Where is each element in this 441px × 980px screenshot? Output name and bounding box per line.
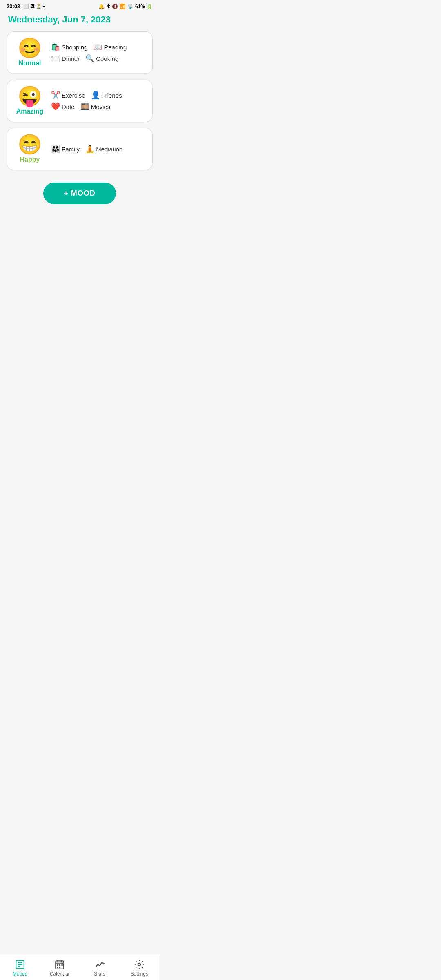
- bluetooth-icon: ✻: [106, 4, 110, 9]
- mood-card-happy[interactable]: 😁Happy👨‍👩‍👧Family🧘Mediation: [7, 128, 153, 170]
- activity-name: Shopping: [62, 44, 87, 51]
- page-header: Wednesday, Jun 7, 2023: [0, 11, 159, 31]
- activity-name: Mediation: [96, 146, 122, 153]
- activity-emoji: 🛍️: [51, 42, 60, 51]
- activity-emoji: 👤: [91, 91, 100, 100]
- activity-item: 🧘Mediation: [85, 145, 122, 154]
- activity-emoji: 👨‍👩‍👧: [51, 145, 60, 154]
- time: 23:08: [7, 3, 20, 9]
- activity-item: 🔍Cooking: [85, 54, 118, 63]
- alarm-icon: 🔔: [98, 4, 105, 9]
- battery-text: 61%: [135, 4, 145, 9]
- activity-name: Date: [62, 103, 75, 110]
- add-mood-button[interactable]: + MOOD: [43, 183, 116, 204]
- mood-emoji-happy: 😁: [18, 135, 42, 154]
- activity-name: Reading: [104, 44, 127, 51]
- activity-emoji: 📖: [93, 42, 102, 51]
- activity-item: 👨‍👩‍👧Family: [51, 145, 80, 154]
- mood-card-amazing[interactable]: 😜Amazing✂️Exercise👤Friends❤️Date🎞️Movies: [7, 80, 153, 122]
- mood-left-happy: 😁Happy: [15, 135, 45, 163]
- add-mood-container: + MOOD: [0, 170, 159, 212]
- mood-activities-happy: 👨‍👩‍👧Family🧘Mediation: [51, 145, 144, 154]
- activity-item: 🍽️Dinner: [51, 54, 80, 63]
- activity-name: Dinner: [62, 55, 80, 62]
- wifi-icon: 📶: [120, 4, 126, 9]
- page-title: Wednesday, Jun 7, 2023: [8, 14, 151, 25]
- battery-icon: 🔋: [147, 4, 153, 9]
- status-right: 🔔 ✻ 🔇 📶 📡 61% 🔋: [98, 4, 153, 9]
- activity-name: Movies: [91, 103, 111, 110]
- status-icons: ⬜ 🖼 ⏳ •: [23, 4, 45, 9]
- activity-item: ✂️Exercise: [51, 91, 85, 100]
- content-area: 😊Normal🛍️Shopping📖Reading🍽️Dinner🔍Cookin…: [0, 31, 159, 212]
- activity-item: 📖Reading: [93, 42, 127, 51]
- signal-icon: 📡: [127, 4, 134, 9]
- status-left: 23:08 ⬜ 🖼 ⏳ •: [7, 3, 45, 9]
- activity-emoji: 🎞️: [80, 102, 89, 111]
- activity-name: Cooking: [96, 55, 118, 62]
- activity-emoji: 🧘: [85, 145, 94, 154]
- mood-list: 😊Normal🛍️Shopping📖Reading🍽️Dinner🔍Cookin…: [0, 31, 159, 170]
- mood-left-normal: 😊Normal: [15, 38, 45, 67]
- activity-name: Family: [62, 146, 80, 153]
- mood-emoji-normal: 😊: [18, 38, 42, 58]
- mood-activities-normal: 🛍️Shopping📖Reading🍽️Dinner🔍Cooking: [51, 42, 144, 63]
- mood-label-happy: Happy: [20, 156, 40, 163]
- mood-left-amazing: 😜Amazing: [15, 87, 45, 115]
- mood-emoji-amazing: 😜: [18, 87, 42, 106]
- activity-emoji: ✂️: [51, 91, 60, 100]
- activity-item: 👤Friends: [91, 91, 122, 100]
- activity-name: Exercise: [62, 92, 85, 99]
- mood-label-normal: Normal: [18, 60, 41, 67]
- activity-emoji: 🍽️: [51, 54, 60, 63]
- activity-item: 🛍️Shopping: [51, 42, 87, 51]
- mood-card-normal[interactable]: 😊Normal🛍️Shopping📖Reading🍽️Dinner🔍Cookin…: [7, 31, 153, 74]
- activity-item: ❤️Date: [51, 102, 75, 111]
- activity-emoji: ❤️: [51, 102, 60, 111]
- activity-emoji: 🔍: [85, 54, 94, 63]
- mood-label-amazing: Amazing: [16, 108, 44, 115]
- mute-icon: 🔇: [112, 4, 118, 9]
- activity-item: 🎞️Movies: [80, 102, 111, 111]
- status-bar: 23:08 ⬜ 🖼 ⏳ • 🔔 ✻ 🔇 📶 📡 61% 🔋: [0, 0, 159, 11]
- activity-name: Friends: [102, 92, 122, 99]
- mood-activities-amazing: ✂️Exercise👤Friends❤️Date🎞️Movies: [51, 91, 144, 111]
